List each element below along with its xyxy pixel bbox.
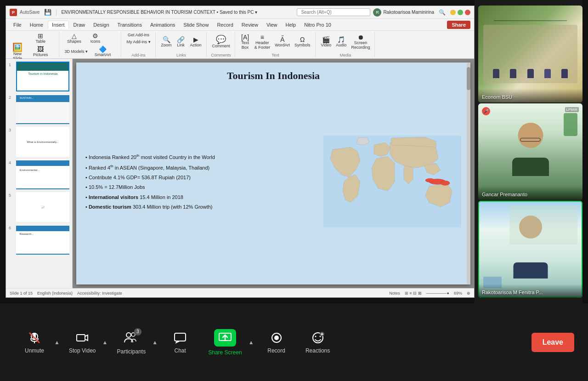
ribbon-group-slides: 🖼️ New Slide ⊞ Table 🖼 <box>8 32 59 57</box>
slide-thumbnail-6[interactable]: 6 Research... <box>9 225 69 255</box>
reactions-label: Reactions <box>305 347 330 354</box>
slide-canvas[interactable]: Tourism In Indonesia • Indonesia Ranked … <box>76 63 470 284</box>
ribbon-group-media: 🎬 Video 🎵 Audio ⏺ Screen Recording <box>317 32 375 57</box>
record-button[interactable]: Record <box>256 326 297 358</box>
text-group-label: Text <box>271 53 279 57</box>
slide-scrollbar[interactable] <box>467 63 470 284</box>
unmute-button[interactable]: Unmute <box>14 326 55 358</box>
tab-design[interactable]: Design <box>90 21 113 28</box>
slide-image-6[interactable]: Research... <box>16 225 69 255</box>
share-button[interactable]: Share <box>447 21 470 29</box>
tab-insert[interactable]: Insert <box>48 21 69 29</box>
zoom-slider[interactable]: —————● <box>426 291 449 296</box>
zoom-button[interactable]: 🔍 Zoom <box>159 35 174 48</box>
status-bar: Slide 1 of 15 English (Indonesia) Access… <box>6 288 474 297</box>
slide-thumbnail-5[interactable]: 5 📈 <box>9 192 69 222</box>
zoom-level[interactable]: 69% <box>454 291 462 296</box>
close-button[interactable] <box>465 10 470 15</box>
share-screen-button[interactable]: Share Screen <box>201 324 249 360</box>
search-icon[interactable]: 🔍 <box>439 9 446 16</box>
tab-draw[interactable]: Draw <box>70 21 89 28</box>
smartart-icon: 🔷 <box>99 46 107 52</box>
table-button[interactable]: ⊞ Table <box>25 32 56 45</box>
save-icon[interactable]: 💾 <box>44 9 51 16</box>
tab-file[interactable]: File <box>10 21 25 28</box>
reactions-icon <box>311 331 325 345</box>
video-bg-1 <box>478 6 582 102</box>
comment-button[interactable]: 💬 Comment <box>210 34 232 49</box>
shapes-button[interactable]: △ Shapes <box>63 32 86 45</box>
ribbon: File Home Insert Draw Design Transitions… <box>6 19 474 59</box>
stop-video-button[interactable]: Stop Video <box>62 326 103 358</box>
slide-bullet-2: • Ranked 4th in ASEAN (Singapore, Malays… <box>85 164 319 171</box>
ribbon-group-text: [A] Text Box ≡ Header & Footer A̋ <box>236 32 316 57</box>
fit-button[interactable]: ⊕ <box>467 291 470 296</box>
slide-image-5[interactable]: 📈 <box>16 192 69 222</box>
slide-image-4[interactable]: Environmental... <box>16 159 69 189</box>
text-box-button[interactable]: [A] Text Box <box>239 33 252 51</box>
language-label: English (Indonesia) <box>37 291 73 296</box>
slide-image-1[interactable]: Tourism in Indonesia <box>16 62 69 91</box>
slide-image-3[interactable]: What is Environmentally... <box>16 127 69 157</box>
chat-icon <box>173 331 187 345</box>
slide-content: Tourism In Indonesia • Indonesia Ranked … <box>76 63 470 284</box>
reactions-button[interactable]: Reactions <box>297 326 339 358</box>
minimize-button[interactable] <box>450 10 456 15</box>
view-buttons[interactable]: ⊞ ≡ ⊟ ⊠ <box>405 291 422 296</box>
my-add-ins-button[interactable]: My Add-ins ▾ <box>125 39 153 45</box>
chat-button[interactable]: Chat <box>159 326 201 358</box>
video-label-1: Econom BSU <box>482 94 512 100</box>
share-screen-caret[interactable]: ▲ <box>247 333 256 352</box>
slide-panel[interactable]: 1 Tourism in Indonesia 2 SUSTAIN... 3 <box>6 59 73 288</box>
video-participant-2: 🎤 LPMIR Gancar Premananto <box>478 103 582 200</box>
participants-caret[interactable]: ▲ <box>150 333 159 352</box>
pictures-button[interactable]: 🖼 Pictures <box>25 45 56 58</box>
slide-main: Tourism In Indonesia • Indonesia Ranked … <box>73 59 474 288</box>
slide-image-2[interactable]: SUSTAIN... <box>16 94 69 124</box>
action-button[interactable]: ▶ Action <box>188 35 204 48</box>
maximize-button[interactable] <box>458 10 463 15</box>
slide-bullet-4: • 10.5% = 12.7Million Jobs <box>85 184 319 191</box>
slide-text-area: • Indonesia Ranked 20th most visited Cou… <box>85 86 319 277</box>
screen-recording-button[interactable]: ⏺ Screen Recording <box>349 33 372 51</box>
search-input[interactable] <box>297 8 370 16</box>
tab-review[interactable]: Review <box>238 21 262 28</box>
slide-thumbnail-3[interactable]: 3 What is Environmentally... <box>9 127 69 157</box>
svg-point-2 <box>441 181 450 186</box>
new-slide-icon: 🖼️ <box>12 43 23 51</box>
video-button[interactable]: 🎬 Video <box>319 35 334 48</box>
unmute-caret[interactable]: ▲ <box>52 333 62 352</box>
wordart-button[interactable]: A̋ WordArt <box>273 35 292 48</box>
tab-nitro[interactable]: Nitro Pro 10 <box>300 21 335 28</box>
slide-thumbnail-1[interactable]: 1 Tourism in Indonesia <box>9 62 69 91</box>
header-footer-icon: ≡ <box>260 34 264 40</box>
video-participant-1: Econom BSU <box>478 6 582 102</box>
audio-button[interactable]: 🎵 Audio <box>334 35 348 48</box>
slide-thumbnail-2[interactable]: 2 SUSTAIN... <box>9 94 69 124</box>
tab-home[interactable]: Home <box>26 21 47 28</box>
symbols-button[interactable]: Ω Symbols <box>293 35 312 48</box>
zoom-icon: 🔍 <box>163 36 170 43</box>
tab-record[interactable]: Record <box>213 21 237 28</box>
tab-view[interactable]: View <box>263 21 281 28</box>
stop-video-caret[interactable]: ▲ <box>101 333 110 352</box>
svg-marker-9 <box>85 335 88 341</box>
slide-thumbnail-4[interactable]: 4 Environmental... <box>9 159 69 189</box>
stop-video-icon <box>75 331 89 345</box>
3d-models-button[interactable]: 3D Models ▾ <box>63 48 90 55</box>
icons-button[interactable]: ⚙ Icons <box>86 32 105 45</box>
video-label-3: Rakotoarisoa M Fenitra P... <box>482 290 543 295</box>
tab-animations[interactable]: Animations <box>147 21 179 28</box>
notes-button[interactable]: Notes <box>389 291 400 296</box>
tab-help[interactable]: Help <box>282 21 300 28</box>
get-add-ins-button[interactable]: Get Add-ins <box>126 32 151 38</box>
participants-button[interactable]: 3 Participants <box>110 325 153 359</box>
smartart-button[interactable]: 🔷 SmartArt <box>90 45 115 58</box>
tab-slide-show[interactable]: Slide Show <box>180 21 212 28</box>
slide-bullet-6: • Domestic tourism 303.4 Million trip (w… <box>85 204 319 210</box>
tab-transitions[interactable]: Transitions <box>114 21 146 28</box>
header-footer-button[interactable]: ≡ Header & Footer <box>253 33 272 51</box>
scroll-thumb[interactable] <box>467 67 470 90</box>
leave-button[interactable]: Leave <box>531 333 574 352</box>
link-button[interactable]: 🔗 Link <box>175 35 187 48</box>
